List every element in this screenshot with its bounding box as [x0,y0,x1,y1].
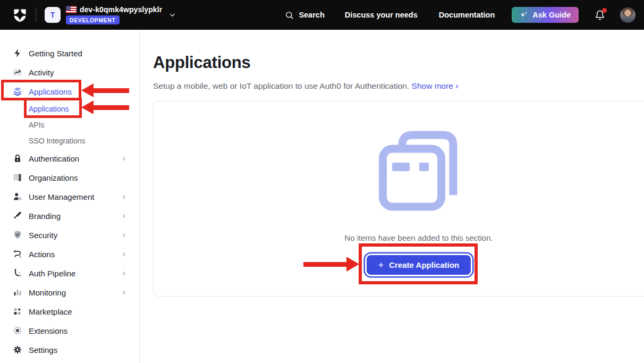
sidebar-subitem-sso-integrations[interactable]: SSO Integrations [0,133,139,149]
chevron-down-icon [168,11,176,19]
chevron-right-icon: › [455,81,459,91]
sidebar-item-getting-started[interactable]: Getting Started [0,44,139,63]
sidebar-item-security[interactable]: Security [0,225,139,244]
sidebar-item-label: Authentication [29,154,79,163]
sidebar-item-organizations[interactable]: Organizations [0,168,139,187]
show-more-link[interactable]: Show more› [412,81,459,90]
sidebar-subitem-label: SSO Integrations [29,137,86,145]
sidebar-item-applications[interactable]: Applications [0,82,139,101]
user-gear-icon [13,192,22,201]
bar-chart-icon [13,288,22,297]
empty-state-message: No items have been added to this section… [344,233,493,242]
sidebar-item-label: Applications [29,87,72,96]
sidebar-submenu-applications: Applications APIs SSO Integrations [0,101,139,149]
plus-icon: + [378,260,384,270]
tenant-name: dev-k0qmk4wpyslypklr [80,5,162,14]
lock-icon [13,154,22,163]
extensions-icon [13,326,22,335]
flow-icon [13,249,22,259]
tenant-switcher[interactable]: T dev-k0qmk4wpyslypklr [45,5,176,24]
sidebar-item-activity[interactable]: Activity [0,63,139,82]
sidebar-item-label: Settings [29,345,57,354]
chevron-right-icon [121,213,128,220]
sidebar-item-label: Monitoring [29,288,66,297]
sidebar-item-label: Activity [29,68,54,77]
page-description: Setup a mobile, web or IoT application t… [153,81,644,91]
sidebar-subitem-label: Applications [29,105,69,113]
chevron-right-icon [121,155,128,162]
organization-icon [13,173,22,182]
user-avatar[interactable] [620,7,635,23]
ask-guide-label: Ask Guide [532,11,571,19]
tenant-avatar: T [45,7,61,23]
layers-icon [13,87,22,96]
applications-empty-state-card: No items have been added to this section… [153,101,644,297]
gear-icon [13,345,22,354]
chevron-right-icon [121,232,128,239]
chevron-right-icon [121,270,128,277]
environment-badge: DEVELOPMENT [66,15,120,24]
ask-guide-button[interactable]: Ask Guide [512,7,579,23]
sidebar-item-label: Extensions [29,326,67,335]
sidebar-item-authentication[interactable]: Authentication [0,149,139,168]
main-content: Applications Setup a mobile, web or IoT … [140,30,644,297]
sidebar-item-settings[interactable]: Settings [0,340,139,359]
sidebar-item-label: Getting Started [29,49,82,58]
sidebar-item-user-management[interactable]: User Management [0,187,139,206]
notification-dot [602,8,607,13]
sidebar-item-branding[interactable]: Branding [0,206,139,225]
us-flag-icon [66,6,77,13]
sidebar-item-actions[interactable]: Actions [0,244,139,264]
search-button[interactable]: Search [285,11,324,20]
sidebar-item-auth-pipeline[interactable]: Auth Pipeline [0,264,139,283]
auth0-logo-icon[interactable] [13,8,27,22]
sidebar-item-label: Security [29,231,57,240]
sidebar-item-label: Organizations [29,173,78,182]
topbar-divider [36,8,36,22]
chevron-right-icon [121,251,128,258]
sidebar-item-monitoring[interactable]: Monitoring [0,283,139,302]
notifications-bell[interactable] [595,10,605,21]
sidebar-subitem-applications[interactable]: Applications [0,101,139,117]
sidebar-item-label: Auth Pipeline [29,269,75,278]
topbar: T dev-k0qmk4wpyslypklr [0,0,644,30]
activity-chart-icon [13,67,22,77]
nav-documentation[interactable]: Documentation [439,11,495,19]
bolt-icon [13,48,22,58]
sidebar-subitem-label: APIs [29,121,45,129]
page-description-text: Setup a mobile, web or IoT application t… [153,81,409,90]
pipeline-icon [13,268,22,278]
sidebar-item-marketplace[interactable]: Marketplace [0,302,139,321]
chevron-right-icon [121,193,128,200]
sparkles-icon [520,11,528,19]
page-title: Applications [153,53,644,72]
sidebar-item-extensions[interactable]: Extensions [0,321,139,340]
chevron-right-icon [121,289,128,296]
sidebar: Getting Started Activity Applications Ap… [0,30,140,363]
nav-discuss-your-needs[interactable]: Discuss your needs [345,11,418,19]
shield-check-icon [13,230,22,240]
sidebar-item-label: User Management [29,192,94,201]
create-application-label: Create Application [389,260,459,269]
sidebar-subitem-apis[interactable]: APIs [0,117,139,133]
stacked-windows-illustration [378,130,459,211]
sidebar-item-label: Branding [29,212,61,221]
grid-plus-icon [13,307,22,316]
chevron-down-icon [121,88,128,95]
sidebar-item-label: Actions [29,250,55,259]
search-label: Search [299,11,324,19]
search-icon [285,11,294,20]
create-application-button[interactable]: + Create Application [367,255,471,275]
paintbrush-icon [13,211,22,221]
sidebar-item-label: Marketplace [29,307,72,316]
